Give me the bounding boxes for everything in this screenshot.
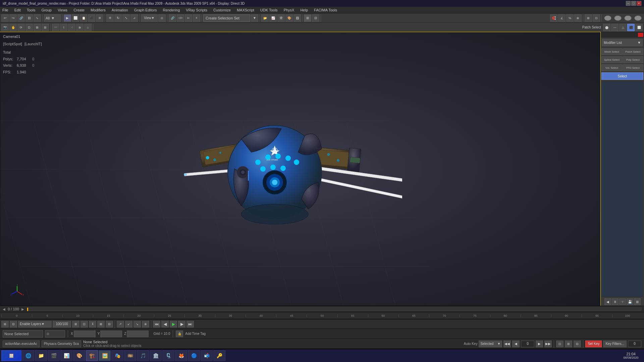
menu-udk-tools[interactable]: UDK Tools (259, 8, 279, 12)
boolean-tool[interactable]: ⊕ (76, 24, 84, 31)
face-sub-object[interactable]: △ (619, 24, 627, 31)
menu-customize[interactable]: Customize (212, 8, 232, 12)
scale-button[interactable]: ⤡ (122, 14, 130, 22)
taskbar-app-winrar[interactable]: 🗜️ (162, 350, 174, 361)
spinner-snap[interactable]: ⊕ (574, 14, 582, 22)
selected-dropdown[interactable]: Selected ▼ (479, 341, 502, 347)
taskbar-app-folder[interactable]: 📁 (35, 350, 47, 361)
menu-rendering[interactable]: Rendering (162, 8, 181, 12)
panel-icon-render[interactable]: ⊞ (634, 298, 641, 305)
spacecurve-tool[interactable]: 〰 (52, 24, 59, 31)
menu-vray-scripts[interactable]: VRay Scripts (185, 8, 208, 12)
select-button-status[interactable]: ⊡ (45, 330, 65, 338)
patch-sub-object[interactable]: ⬛ (627, 24, 635, 31)
quick-align[interactable]: ≡ (193, 14, 200, 22)
menu-physx[interactable]: PhysX (283, 8, 296, 12)
taskbar-app-thunderbird[interactable]: 📬 (201, 350, 213, 361)
snap-toggle[interactable]: 🧲 (550, 14, 557, 22)
arc-rotate[interactable]: ⟳ (17, 24, 25, 31)
next-1-btn[interactable]: ▶ (536, 341, 543, 347)
menu-tools[interactable]: Tools (26, 8, 37, 12)
taskbar-app-aftereffects[interactable]: 🎭 (111, 350, 123, 361)
menu-animation[interactable]: Animation (111, 8, 129, 12)
start-button[interactable]: 🪟 (1, 350, 21, 361)
material-editor-button[interactable]: 🎨 (285, 14, 293, 22)
extra-btn4[interactable] (634, 15, 642, 21)
element-sub-object[interactable]: ⬜ (635, 24, 643, 31)
menu-help[interactable]: Help (299, 8, 309, 12)
taskbar-app-browser[interactable]: 🌐 (22, 350, 34, 361)
create-selection-set-input[interactable] (203, 14, 250, 22)
extra-ctrl-1[interactable]: ⊡ (556, 341, 564, 347)
go-to-end-btn[interactable]: ⏭ (186, 321, 194, 327)
unlink-button[interactable]: ⛓ (25, 14, 33, 22)
menu-create[interactable]: Create (72, 8, 86, 12)
timeline-prev-button[interactable]: ◀ (1, 307, 7, 311)
isolate-select[interactable]: ⊡ (593, 14, 600, 22)
create-selection-set-dropdown[interactable]: ▼ (251, 14, 258, 22)
anim-icon2-button[interactable]: ⊟ (10, 321, 17, 327)
window-crossing-button[interactable]: ⊞ (96, 14, 103, 22)
snap-to-grid-btn[interactable]: ⊞ (72, 321, 79, 327)
panel-icon-back[interactable]: ◀ (604, 298, 611, 305)
next-key-btn[interactable]: ▶ (178, 321, 185, 327)
taskbar-app-premiere[interactable]: 🎞️ (124, 350, 136, 361)
extra-btn3[interactable] (624, 15, 632, 21)
percent-snap[interactable]: % (566, 14, 574, 22)
lock-selection-btn[interactable]: ⊠ (97, 321, 105, 327)
in-tangent-btn[interactable]: ↙ (125, 321, 132, 327)
menu-views[interactable]: Views (57, 8, 68, 12)
reference-coord-dropdown[interactable]: View ▼ (141, 14, 158, 22)
render-button[interactable]: ⊞ (304, 14, 311, 22)
pan-view[interactable]: 🖐 (9, 24, 17, 31)
anim-icon-button[interactable]: ⊞ (1, 321, 9, 327)
next-frame-btn[interactable]: ▶▶ (544, 341, 552, 347)
taskbar-app-photoshop[interactable]: 🖼️ (99, 350, 111, 361)
named-selection-sets[interactable]: ⊞ (585, 14, 592, 22)
menu-maxscript[interactable]: MAXScript (236, 8, 255, 12)
panel-icon-pause[interactable]: ⏸ (612, 298, 619, 305)
nurbs-tool[interactable]: ⌇ (60, 24, 67, 31)
out-tangent-btn[interactable]: ↘ (133, 321, 141, 327)
prev-1-btn[interactable]: ◀ (512, 341, 520, 347)
extra-ctrl-2[interactable]: ⊞ (565, 341, 572, 347)
mesh-select-btn[interactable]: Mesh Select (601, 48, 622, 55)
bind-to-space-warp[interactable]: ∿ (34, 14, 41, 22)
curve-editor-button[interactable]: 📈 (269, 14, 277, 22)
angle-snap[interactable]: ∠ (558, 14, 566, 22)
layers-dropdown[interactable]: Enable Layers ▼ (18, 321, 52, 327)
go-to-start-btn[interactable]: ⏮ (153, 321, 160, 327)
taskbar-app-3dsmax[interactable]: 🏗️ (86, 350, 98, 361)
taskbar-app-excel[interactable]: 📊 (60, 350, 72, 361)
filter-btn[interactable]: ⊼ (89, 321, 96, 327)
mirror-button[interactable]: ⊣⊢ (177, 14, 184, 22)
timeline-next-button[interactable]: ▶ (20, 307, 25, 311)
align-button[interactable]: ⊨ (185, 14, 192, 22)
taskbar-app-illustrator[interactable]: 🏛️ (150, 350, 162, 361)
taskbar-app-paint[interactable]: 🎨 (73, 350, 85, 361)
maximize-button[interactable]: □ (631, 1, 636, 6)
action-tag[interactable]: actionMan.executeAc (3, 341, 40, 347)
render-setup-button[interactable]: 🖼 (293, 14, 301, 22)
lock-keys-btn[interactable]: 🔒 (176, 330, 183, 337)
selection-filter-dropdown[interactable]: All ▼ (44, 14, 61, 22)
zoom-extents[interactable]: ⊡ (25, 24, 33, 31)
taskbar-app-audition[interactable]: 🎵 (137, 350, 149, 361)
viewport-camera01[interactable]: Are Irhabi (0, 32, 600, 306)
taskbar-app-firefox[interactable]: 🦊 (175, 350, 187, 361)
undo-button[interactable]: ↩ (1, 14, 9, 22)
menu-graph-editors[interactable]: Graph Editors (133, 8, 158, 12)
prev-frame-btn[interactable]: ◀◀ (503, 341, 511, 347)
layer-manager-button[interactable]: 📂 (261, 14, 269, 22)
poly-select-btn[interactable]: Poly Select (623, 56, 643, 63)
taskbar-app-filezilla[interactable]: 🔑 (213, 350, 225, 361)
rotate-button[interactable]: ↻ (114, 14, 122, 22)
frame-number-input[interactable] (628, 341, 641, 347)
timeline-bar[interactable] (27, 307, 641, 311)
patch-select-btn[interactable]: Patch Select (623, 48, 643, 55)
zoom-all[interactable]: ⊠ (34, 24, 41, 31)
panel-icon-save[interactable]: 💾 (627, 298, 633, 305)
close-button[interactable]: ✕ (637, 1, 641, 6)
select-link-button[interactable]: 🔗 (17, 14, 25, 22)
y-input[interactable] (100, 330, 122, 337)
